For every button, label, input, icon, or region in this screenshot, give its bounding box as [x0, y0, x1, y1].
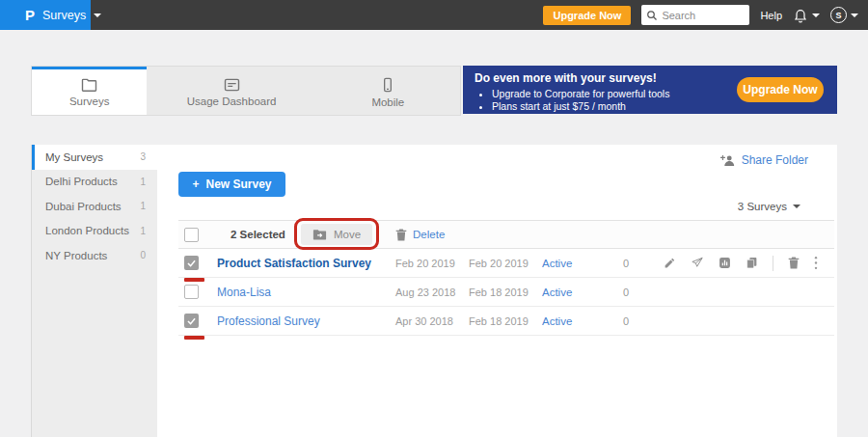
sidebar-item-label: Dubai Products — [45, 201, 122, 212]
share-folder-link[interactable]: Share Folder — [720, 153, 808, 167]
chevron-down-icon — [812, 14, 820, 17]
notifications-menu[interactable] — [793, 8, 820, 23]
sidebar-item-label: NY Products — [45, 250, 107, 261]
status-link[interactable]: Active — [542, 315, 617, 327]
created-date: Aug 23 2018 — [395, 287, 469, 298]
table-row: Professional Survey Apr 30 2018 Feb 18 2… — [178, 307, 834, 336]
folder-icon — [81, 78, 97, 92]
move-folder-icon — [312, 229, 327, 240]
survey-name-link[interactable]: Mona-Lisa — [217, 286, 395, 299]
chevron-down-icon — [94, 14, 101, 17]
surveys-table: 2 Selected Move Delete — [178, 220, 834, 336]
chevron-down-icon — [793, 205, 800, 208]
copy-icon[interactable] — [746, 257, 758, 269]
banner-upgrade-button[interactable]: Upgrade Now — [737, 77, 824, 102]
search-box[interactable] — [641, 5, 749, 25]
sidebar-item-label: My Surveys — [45, 151, 103, 163]
trash-icon[interactable] — [788, 257, 800, 269]
surveys-count-dropdown[interactable]: 3 Surveys — [738, 201, 800, 212]
top-bar: P Surveys Upgrade Now Help S — [0, 0, 868, 30]
edit-pencil-icon[interactable] — [664, 257, 676, 269]
folder-count: 1 — [140, 226, 146, 236]
bulk-actions-toolbar: 2 Selected Move Delete — [178, 220, 834, 249]
tab-surveys[interactable]: Surveys — [32, 67, 147, 115]
delete-label: Delete — [413, 229, 445, 240]
avatar: S — [830, 7, 847, 23]
responses-count: 0 — [617, 315, 664, 327]
mobile-icon — [382, 77, 393, 93]
table-row: Product Satisfaction Survey Feb 20 2019 … — [178, 249, 834, 278]
trash-icon — [395, 229, 407, 241]
main-panel: Share Folder + New Survey 3 Surveys 2 Se… — [157, 145, 837, 437]
responses-count: 0 — [617, 287, 664, 298]
sidebar-item-label: London Products — [45, 225, 129, 236]
sidebar-item-dubai-products[interactable]: Dubai Products 1 — [32, 194, 157, 219]
section-tabs: Surveys Usage Dashboard Mobile — [31, 66, 461, 116]
reports-chart-icon[interactable] — [719, 257, 731, 269]
modified-date: Feb 18 2019 — [469, 287, 542, 298]
plus-icon: + — [192, 178, 199, 191]
select-all-checkbox[interactable] — [184, 228, 199, 242]
delete-button[interactable]: Delete — [395, 229, 445, 241]
row-checkbox[interactable] — [184, 256, 199, 270]
modified-date: Feb 18 2019 — [469, 315, 542, 327]
account-menu[interactable]: S — [830, 7, 858, 23]
dashboard-icon — [224, 78, 240, 92]
tab-mobile[interactable]: Mobile — [316, 67, 460, 115]
bell-icon — [793, 8, 808, 23]
help-link[interactable]: Help — [760, 10, 782, 21]
sidebar-item-delhi-products[interactable]: Delhi Products 1 — [32, 170, 157, 195]
share-folder-label: Share Folder — [742, 153, 808, 167]
move-label: Move — [334, 229, 361, 240]
banner-bullet: Upgrade to Corporate for powerful tools — [492, 88, 669, 100]
surveys-count-label: 3 Surveys — [738, 201, 787, 212]
send-icon[interactable] — [691, 257, 704, 269]
selected-count-label: 2 Selected — [231, 229, 285, 240]
folders-sidebar: My Surveys 3 Delhi Products 1 Dubai Prod… — [31, 145, 157, 437]
annotation-underline — [184, 336, 204, 340]
annotation-underline — [184, 278, 204, 282]
search-input[interactable] — [662, 10, 739, 21]
sidebar-item-london-products[interactable]: London Products 1 — [32, 219, 157, 244]
upgrade-now-button[interactable]: Upgrade Now — [543, 6, 631, 25]
tab-usage-dashboard[interactable]: Usage Dashboard — [147, 67, 315, 115]
logo-icon: P — [25, 7, 35, 23]
person-plus-icon — [720, 154, 736, 167]
new-survey-label: New Survey — [205, 178, 271, 191]
kebab-menu-icon[interactable] — [814, 256, 818, 270]
banner-bullet: Plans start at just $75 / month — [492, 100, 669, 113]
tab-label: Surveys — [69, 96, 110, 107]
responses-count: 0 — [617, 258, 664, 269]
folder-count: 1 — [140, 177, 146, 187]
new-survey-button[interactable]: + New Survey — [178, 172, 285, 197]
sidebar-item-my-surveys[interactable]: My Surveys 3 — [32, 145, 157, 170]
banner-bullets: Upgrade to Corporate for powerful tools … — [492, 88, 669, 113]
folder-count: 3 — [140, 151, 146, 162]
search-icon — [646, 10, 658, 21]
created-date: Feb 20 2019 — [395, 258, 469, 269]
app-menu[interactable]: P Surveys — [0, 0, 91, 30]
row-actions — [664, 256, 834, 271]
banner-title: Do even more with your surveys! — [475, 71, 657, 85]
status-link[interactable]: Active — [542, 258, 617, 269]
tab-label: Usage Dashboard — [187, 96, 277, 107]
modified-date: Feb 20 2019 — [469, 258, 542, 269]
tab-label: Mobile — [371, 96, 404, 108]
app-menu-label: Surveys — [42, 9, 86, 22]
promo-banner: Do even more with your surveys! Upgrade … — [463, 66, 837, 114]
table-row: Mona-Lisa Aug 23 2018 Feb 18 2019 Active… — [178, 278, 834, 307]
move-button[interactable]: Move — [301, 224, 372, 245]
status-link[interactable]: Active — [542, 287, 617, 298]
sidebar-item-ny-products[interactable]: NY Products 0 — [32, 243, 157, 268]
chevron-down-icon — [851, 14, 858, 17]
survey-name-link[interactable]: Product Satisfaction Survey — [217, 257, 395, 270]
folder-count: 1 — [140, 201, 146, 211]
row-checkbox[interactable] — [184, 314, 199, 328]
folder-count: 0 — [140, 250, 146, 260]
created-date: Apr 30 2018 — [395, 315, 469, 327]
sidebar-item-label: Delhi Products — [45, 176, 118, 187]
survey-name-link[interactable]: Professional Survey — [217, 314, 395, 328]
row-checkbox[interactable] — [184, 285, 199, 299]
divider — [773, 256, 773, 271]
